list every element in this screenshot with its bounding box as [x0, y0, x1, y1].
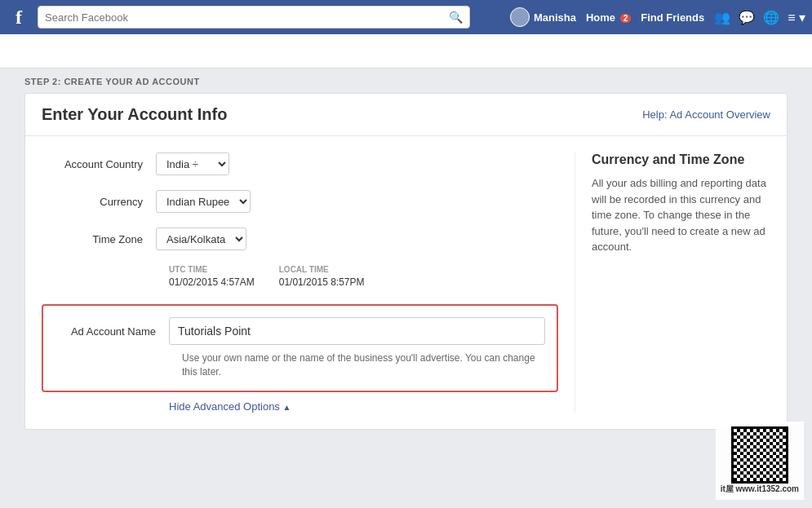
- search-input[interactable]: [45, 11, 444, 24]
- watermark-text: it屋 www.it1352.com: [721, 484, 799, 495]
- right-panel-text: All your ads billing and reporting data …: [592, 175, 770, 255]
- top-white-bar: [0, 34, 812, 68]
- form-body: Account Country India ÷ Currency Indian …: [25, 136, 787, 429]
- help-link[interactable]: Help: Ad Account Overview: [642, 108, 770, 121]
- local-time-label: LOCAL TIME: [279, 265, 365, 274]
- utc-time-label: UTC TIME: [169, 265, 255, 274]
- qr-code: [731, 426, 788, 484]
- nav-username: Manisha: [534, 11, 576, 24]
- form-right-panel: Currency and Time Zone All your ads bill…: [575, 152, 770, 413]
- ad-account-section: Ad Account Name Use your own name or the…: [42, 304, 558, 392]
- hide-advanced-options[interactable]: Hide Advanced Options ▲: [169, 400, 558, 413]
- account-country-row: Account Country India ÷: [42, 152, 558, 175]
- time-zone-select[interactable]: Asia/Kolkata: [156, 227, 246, 250]
- utc-time-block: UTC TIME 01/02/2015 4:57AM: [169, 265, 255, 288]
- ad-account-name-input[interactable]: [169, 317, 545, 345]
- nav-icons-group: 👥 💬 🌐 ≡ ▾: [714, 10, 805, 25]
- step-bar: STEP 2: CREATE YOUR AD ACCOUNT: [0, 68, 812, 93]
- search-bar-container[interactable]: 🔍: [38, 6, 470, 29]
- form-left-panel: Account Country India ÷ Currency Indian …: [42, 152, 558, 413]
- local-time-value: 01/01/2015 8:57PM: [279, 276, 365, 288]
- account-menu-icon[interactable]: ≡ ▾: [788, 10, 805, 25]
- chevron-up-icon: ▲: [283, 403, 291, 412]
- top-navigation: f 🔍 Manisha Home 2 Find Friends 👥 💬 🌐 ≡ …: [0, 0, 812, 34]
- time-info: UTC TIME 01/02/2015 4:57AM LOCAL TIME 01…: [169, 265, 558, 288]
- currency-label: Currency: [42, 196, 156, 208]
- nav-find-friends-link[interactable]: Find Friends: [641, 11, 704, 24]
- right-panel-title: Currency and Time Zone: [592, 152, 770, 167]
- avatar: [510, 7, 530, 27]
- currency-row: Currency Indian Rupee: [42, 190, 558, 213]
- home-badge: 2: [620, 14, 632, 23]
- facebook-logo[interactable]: f: [7, 5, 31, 29]
- form-header: Enter Your Account Info Help: Ad Account…: [25, 94, 787, 136]
- step-label: STEP 2: CREATE YOUR AD ACCOUNT: [24, 77, 200, 86]
- account-country-select[interactable]: India ÷: [156, 152, 229, 175]
- utc-time-value: 01/02/2015 4:57AM: [169, 276, 255, 288]
- ad-account-hint: Use your own name or the name of the bus…: [182, 351, 545, 379]
- friend-requests-icon[interactable]: 👥: [714, 10, 730, 25]
- ad-account-name-label: Ad Account Name: [55, 325, 169, 338]
- currency-select[interactable]: Indian Rupee: [156, 190, 251, 213]
- nav-home-link[interactable]: Home 2: [586, 11, 631, 24]
- form-container: Enter Your Account Info Help: Ad Account…: [24, 93, 788, 430]
- main-content: STEP 2: CREATE YOUR AD ACCOUNT Enter You…: [0, 68, 812, 430]
- search-icon: 🔍: [449, 11, 463, 24]
- messages-icon[interactable]: 💬: [739, 10, 755, 25]
- ad-account-name-row: Ad Account Name: [55, 317, 545, 345]
- notifications-icon[interactable]: 🌐: [763, 10, 779, 25]
- nav-user-profile[interactable]: Manisha: [510, 7, 576, 27]
- time-zone-label: Time Zone: [42, 233, 156, 245]
- form-title: Enter Your Account Info: [42, 105, 227, 124]
- watermark: it屋 www.it1352.com: [716, 422, 804, 500]
- account-country-label: Account Country: [42, 158, 156, 170]
- hide-advanced-label: Hide Advanced Options: [169, 400, 280, 413]
- nav-right: Manisha Home 2 Find Friends 👥 💬 🌐 ≡ ▾: [510, 7, 805, 27]
- local-time-block: LOCAL TIME 01/01/2015 8:57PM: [279, 265, 365, 288]
- facebook-f-icon: f: [16, 7, 22, 29]
- time-zone-row: Time Zone Asia/Kolkata: [42, 227, 558, 250]
